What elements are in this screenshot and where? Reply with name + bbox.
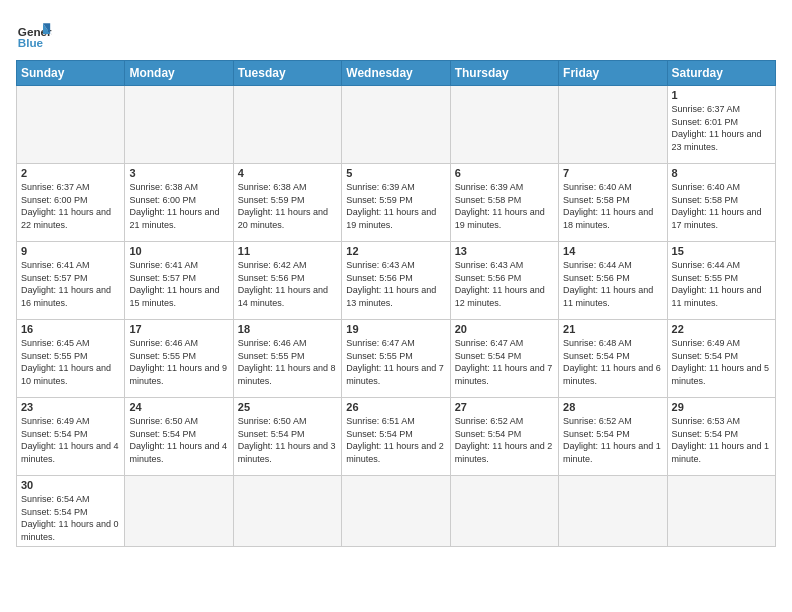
day-number: 5 (346, 167, 445, 179)
calendar-cell: 11Sunrise: 6:42 AMSunset: 5:56 PMDayligh… (233, 242, 341, 320)
day-number: 12 (346, 245, 445, 257)
day-info: Sunrise: 6:51 AMSunset: 5:54 PMDaylight:… (346, 415, 445, 465)
day-number: 22 (672, 323, 771, 335)
calendar-cell: 9Sunrise: 6:41 AMSunset: 5:57 PMDaylight… (17, 242, 125, 320)
logo-icon: General Blue (16, 16, 52, 52)
day-info: Sunrise: 6:44 AMSunset: 5:56 PMDaylight:… (563, 259, 662, 309)
calendar-cell: 24Sunrise: 6:50 AMSunset: 5:54 PMDayligh… (125, 398, 233, 476)
day-number: 26 (346, 401, 445, 413)
day-info: Sunrise: 6:37 AMSunset: 6:00 PMDaylight:… (21, 181, 120, 231)
logo: General Blue (16, 16, 52, 52)
calendar-cell: 3Sunrise: 6:38 AMSunset: 6:00 PMDaylight… (125, 164, 233, 242)
calendar-table: SundayMondayTuesdayWednesdayThursdayFrid… (16, 60, 776, 547)
calendar-cell: 17Sunrise: 6:46 AMSunset: 5:55 PMDayligh… (125, 320, 233, 398)
calendar-cell (17, 86, 125, 164)
day-number: 9 (21, 245, 120, 257)
calendar-cell (233, 86, 341, 164)
calendar-cell (450, 86, 558, 164)
day-info: Sunrise: 6:50 AMSunset: 5:54 PMDaylight:… (129, 415, 228, 465)
day-number: 19 (346, 323, 445, 335)
day-number: 3 (129, 167, 228, 179)
calendar-cell: 10Sunrise: 6:41 AMSunset: 5:57 PMDayligh… (125, 242, 233, 320)
calendar-cell: 5Sunrise: 6:39 AMSunset: 5:59 PMDaylight… (342, 164, 450, 242)
calendar-cell: 30Sunrise: 6:54 AMSunset: 5:54 PMDayligh… (17, 476, 125, 547)
calendar-cell: 12Sunrise: 6:43 AMSunset: 5:56 PMDayligh… (342, 242, 450, 320)
day-info: Sunrise: 6:41 AMSunset: 5:57 PMDaylight:… (21, 259, 120, 309)
day-number: 7 (563, 167, 662, 179)
day-info: Sunrise: 6:37 AMSunset: 6:01 PMDaylight:… (672, 103, 771, 153)
calendar-cell (342, 476, 450, 547)
day-info: Sunrise: 6:39 AMSunset: 5:59 PMDaylight:… (346, 181, 445, 231)
week-row-0: 1Sunrise: 6:37 AMSunset: 6:01 PMDaylight… (17, 86, 776, 164)
calendar-cell (125, 86, 233, 164)
calendar-cell (450, 476, 558, 547)
calendar-cell: 16Sunrise: 6:45 AMSunset: 5:55 PMDayligh… (17, 320, 125, 398)
calendar-cell: 28Sunrise: 6:52 AMSunset: 5:54 PMDayligh… (559, 398, 667, 476)
calendar-cell: 18Sunrise: 6:46 AMSunset: 5:55 PMDayligh… (233, 320, 341, 398)
day-info: Sunrise: 6:42 AMSunset: 5:56 PMDaylight:… (238, 259, 337, 309)
day-number: 8 (672, 167, 771, 179)
day-info: Sunrise: 6:40 AMSunset: 5:58 PMDaylight:… (563, 181, 662, 231)
day-number: 29 (672, 401, 771, 413)
weekday-header-saturday: Saturday (667, 61, 775, 86)
day-info: Sunrise: 6:47 AMSunset: 5:54 PMDaylight:… (455, 337, 554, 387)
calendar-cell: 2Sunrise: 6:37 AMSunset: 6:00 PMDaylight… (17, 164, 125, 242)
calendar-cell: 19Sunrise: 6:47 AMSunset: 5:55 PMDayligh… (342, 320, 450, 398)
calendar-cell: 21Sunrise: 6:48 AMSunset: 5:54 PMDayligh… (559, 320, 667, 398)
calendar-cell: 25Sunrise: 6:50 AMSunset: 5:54 PMDayligh… (233, 398, 341, 476)
weekday-header-sunday: Sunday (17, 61, 125, 86)
calendar-cell (233, 476, 341, 547)
calendar-cell: 23Sunrise: 6:49 AMSunset: 5:54 PMDayligh… (17, 398, 125, 476)
week-row-5: 30Sunrise: 6:54 AMSunset: 5:54 PMDayligh… (17, 476, 776, 547)
day-number: 14 (563, 245, 662, 257)
day-number: 10 (129, 245, 228, 257)
weekday-header-friday: Friday (559, 61, 667, 86)
day-number: 25 (238, 401, 337, 413)
day-number: 17 (129, 323, 228, 335)
page-header: General Blue (16, 16, 776, 52)
day-number: 1 (672, 89, 771, 101)
day-info: Sunrise: 6:38 AMSunset: 6:00 PMDaylight:… (129, 181, 228, 231)
week-row-2: 9Sunrise: 6:41 AMSunset: 5:57 PMDaylight… (17, 242, 776, 320)
weekday-header-tuesday: Tuesday (233, 61, 341, 86)
day-number: 15 (672, 245, 771, 257)
svg-text:Blue: Blue (18, 36, 44, 49)
calendar-cell: 8Sunrise: 6:40 AMSunset: 5:58 PMDaylight… (667, 164, 775, 242)
day-number: 24 (129, 401, 228, 413)
day-info: Sunrise: 6:40 AMSunset: 5:58 PMDaylight:… (672, 181, 771, 231)
day-number: 16 (21, 323, 120, 335)
calendar-cell (125, 476, 233, 547)
calendar-cell: 20Sunrise: 6:47 AMSunset: 5:54 PMDayligh… (450, 320, 558, 398)
day-info: Sunrise: 6:52 AMSunset: 5:54 PMDaylight:… (455, 415, 554, 465)
weekday-header-row: SundayMondayTuesdayWednesdayThursdayFrid… (17, 61, 776, 86)
calendar-cell: 27Sunrise: 6:52 AMSunset: 5:54 PMDayligh… (450, 398, 558, 476)
day-info: Sunrise: 6:52 AMSunset: 5:54 PMDaylight:… (563, 415, 662, 465)
weekday-header-monday: Monday (125, 61, 233, 86)
calendar-cell: 7Sunrise: 6:40 AMSunset: 5:58 PMDaylight… (559, 164, 667, 242)
day-info: Sunrise: 6:38 AMSunset: 5:59 PMDaylight:… (238, 181, 337, 231)
day-info: Sunrise: 6:39 AMSunset: 5:58 PMDaylight:… (455, 181, 554, 231)
day-info: Sunrise: 6:41 AMSunset: 5:57 PMDaylight:… (129, 259, 228, 309)
day-number: 28 (563, 401, 662, 413)
day-info: Sunrise: 6:54 AMSunset: 5:54 PMDaylight:… (21, 493, 120, 543)
day-number: 23 (21, 401, 120, 413)
day-info: Sunrise: 6:43 AMSunset: 5:56 PMDaylight:… (346, 259, 445, 309)
day-number: 13 (455, 245, 554, 257)
day-number: 20 (455, 323, 554, 335)
day-info: Sunrise: 6:46 AMSunset: 5:55 PMDaylight:… (238, 337, 337, 387)
day-info: Sunrise: 6:49 AMSunset: 5:54 PMDaylight:… (672, 337, 771, 387)
day-number: 21 (563, 323, 662, 335)
day-number: 30 (21, 479, 120, 491)
day-number: 11 (238, 245, 337, 257)
day-info: Sunrise: 6:43 AMSunset: 5:56 PMDaylight:… (455, 259, 554, 309)
day-info: Sunrise: 6:46 AMSunset: 5:55 PMDaylight:… (129, 337, 228, 387)
calendar-cell: 29Sunrise: 6:53 AMSunset: 5:54 PMDayligh… (667, 398, 775, 476)
day-info: Sunrise: 6:53 AMSunset: 5:54 PMDaylight:… (672, 415, 771, 465)
weekday-header-wednesday: Wednesday (342, 61, 450, 86)
calendar-cell: 22Sunrise: 6:49 AMSunset: 5:54 PMDayligh… (667, 320, 775, 398)
calendar-cell: 4Sunrise: 6:38 AMSunset: 5:59 PMDaylight… (233, 164, 341, 242)
calendar-cell: 1Sunrise: 6:37 AMSunset: 6:01 PMDaylight… (667, 86, 775, 164)
calendar-cell (667, 476, 775, 547)
day-info: Sunrise: 6:44 AMSunset: 5:55 PMDaylight:… (672, 259, 771, 309)
day-number: 27 (455, 401, 554, 413)
